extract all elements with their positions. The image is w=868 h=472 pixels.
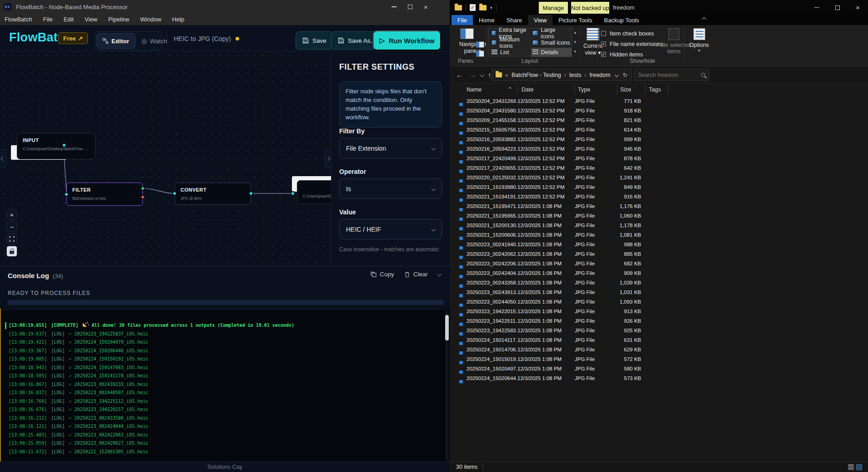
breadcrumb[interactable]: « BatchFlow - Testing › tests › freedom … bbox=[492, 69, 632, 81]
file-row[interactable]: 20250223_00243913... 12/3/2025 1:08 PM J… bbox=[450, 287, 868, 297]
file-row[interactable]: 20250221_15200606... 12/3/2025 1:08 PM J… bbox=[450, 230, 868, 239]
console-log[interactable]: [13:08:19.655][COMPLETE]All done! 30 fil… bbox=[0, 310, 450, 462]
zoom-in-button[interactable]: + bbox=[6, 209, 17, 220]
layout-option[interactable]: Details bbox=[531, 48, 572, 57]
file-row[interactable]: 20250223_00244050... 12/3/2025 1:08 PM J… bbox=[450, 297, 868, 306]
close-button[interactable]: × bbox=[848, 0, 868, 15]
file-row[interactable]: 20250224_15020644... 12/3/2025 1:08 PM J… bbox=[450, 373, 868, 383]
log-scrollbar-thumb[interactable] bbox=[445, 315, 449, 340]
close-button[interactable]: × bbox=[418, 0, 434, 14]
column-header-date[interactable]: Date bbox=[517, 85, 575, 95]
file-row[interactable]: 20250215_15505756... 12/3/2025 12:52 PM … bbox=[450, 125, 868, 134]
filter-nomatch-port[interactable] bbox=[140, 195, 145, 199]
file-row[interactable]: 20250223_00241940... 12/3/2025 1:08 PM J… bbox=[450, 239, 868, 249]
details-view-toggle[interactable] bbox=[848, 464, 854, 470]
breadcrumb-item[interactable]: freedom bbox=[590, 72, 611, 78]
breadcrumb-item[interactable]: « bbox=[505, 72, 508, 78]
output-input-port[interactable] bbox=[291, 191, 295, 196]
hide-selected-button[interactable]: Hide selected items bbox=[657, 28, 691, 55]
menu-item[interactable]: File bbox=[38, 16, 58, 23]
menu-item[interactable]: View bbox=[79, 16, 103, 23]
showhide-option[interactable]: Item check boxes bbox=[601, 29, 663, 38]
layout-option[interactable]: List bbox=[490, 48, 531, 57]
checkbox[interactable] bbox=[601, 31, 606, 36]
zoom-out-button[interactable]: − bbox=[6, 221, 17, 232]
file-row[interactable]: 20250216_20594223... 12/3/2025 12:52 PM … bbox=[450, 144, 868, 153]
node-convert[interactable]: CONVERT JPG @ 90% bbox=[175, 183, 251, 205]
file-row[interactable]: 20250217_22420499... 12/3/2025 12:52 PM … bbox=[450, 153, 868, 163]
file-row[interactable]: 20250223_00242206... 12/3/2025 1:08 PM J… bbox=[450, 259, 868, 268]
manage-context-tab[interactable]: Manage bbox=[539, 2, 568, 14]
breadcrumb-item[interactable]: tests bbox=[569, 72, 581, 78]
file-row[interactable]: 20250209_21455158... 12/3/2025 12:52 PM … bbox=[450, 115, 868, 125]
file-row[interactable]: 20250223_00242404... 12/3/2025 1:08 PM J… bbox=[450, 268, 868, 278]
file-row[interactable]: 20250221_15193980... 12/3/2025 12:52 PM … bbox=[450, 182, 868, 192]
file-row[interactable]: 20250223_19422583... 12/3/2025 1:08 PM J… bbox=[450, 325, 868, 335]
properties-icon[interactable]: ✓ bbox=[470, 4, 476, 11]
maximize-button[interactable] bbox=[402, 0, 418, 14]
column-header-tags[interactable]: Tags bbox=[646, 85, 668, 95]
file-row[interactable]: 20250224_15015019... 12/3/2025 1:08 PM J… bbox=[450, 354, 868, 364]
file-row[interactable]: 20250224_15020497... 12/3/2025 1:08 PM J… bbox=[450, 364, 868, 373]
layout-option[interactable]: Medium icons bbox=[490, 38, 531, 47]
filter-by-select[interactable]: File Extension bbox=[339, 138, 442, 158]
minimize-button[interactable] bbox=[386, 0, 402, 14]
value-select[interactable]: HEIC / HEIF bbox=[339, 219, 442, 239]
free-badge[interactable]: Free ↗ bbox=[58, 32, 88, 44]
tab-editor[interactable]: Editor bbox=[96, 33, 135, 49]
file-row[interactable]: 20250204_23431580... 12/3/2025 12:52 PM … bbox=[450, 106, 868, 115]
convert-input-port[interactable] bbox=[172, 191, 177, 196]
breadcrumb-item[interactable]: › bbox=[584, 72, 586, 78]
forward-button[interactable]: → bbox=[469, 71, 476, 79]
file-row[interactable]: 20250223_00243358... 12/3/2025 1:08 PM J… bbox=[450, 278, 868, 287]
menu-item[interactable]: Pipeline bbox=[103, 16, 135, 23]
refresh-icon[interactable]: ↻ bbox=[623, 71, 627, 78]
options-button[interactable]: Options ▾ bbox=[689, 28, 709, 53]
file-row[interactable]: 20250221_15195471... 12/3/2025 1:08 PM J… bbox=[450, 201, 868, 211]
checkbox[interactable]: ✓ bbox=[601, 41, 606, 46]
file-row[interactable]: 20250223_19422015... 12/3/2025 1:08 PM J… bbox=[450, 306, 868, 316]
maximize-button[interactable] bbox=[827, 0, 848, 15]
collapse-console-icon[interactable] bbox=[437, 272, 442, 277]
ribbon-tab[interactable]: Backup Tools bbox=[598, 15, 645, 25]
breadcrumb-item[interactable]: › bbox=[564, 72, 566, 78]
file-row[interactable]: 20250224_15014706... 12/3/2025 1:08 PM J… bbox=[450, 345, 868, 354]
file-row[interactable]: 20250220_02125032... 12/3/2025 12:52 PM … bbox=[450, 173, 868, 182]
node-filter[interactable]: FILTER fileExtension is heic bbox=[66, 183, 143, 206]
right-panel-toggle[interactable] bbox=[325, 149, 331, 168]
filter-input-port[interactable] bbox=[64, 192, 69, 197]
search-box[interactable] bbox=[634, 69, 709, 81]
file-row[interactable]: 20250223_19422511... 12/3/2025 1:08 PM J… bbox=[450, 316, 868, 325]
address-dropdown-icon[interactable] bbox=[614, 73, 619, 77]
copy-log-button[interactable]: Copy bbox=[371, 271, 394, 278]
menu-item[interactable]: Edit bbox=[58, 16, 79, 23]
back-button[interactable]: ← bbox=[456, 71, 463, 79]
showhide-option[interactable]: ✓ File name extensions bbox=[601, 40, 663, 48]
file-row[interactable]: 20250221_15200130... 12/3/2025 1:08 PM J… bbox=[450, 220, 868, 230]
operator-select[interactable]: Is bbox=[339, 178, 442, 199]
menu-item[interactable]: Help bbox=[167, 16, 190, 23]
minimize-button[interactable] bbox=[807, 0, 827, 15]
column-header-size[interactable]: Size bbox=[617, 85, 646, 95]
breadcrumb-item[interactable]: BatchFlow - Testing bbox=[512, 72, 561, 78]
thumbnail-view-toggle[interactable] bbox=[856, 464, 862, 470]
backup-context-tab[interactable]: Not backed up bbox=[571, 2, 609, 14]
file-row[interactable]: 20250217_22420655... 12/3/2025 12:52 PM … bbox=[450, 163, 868, 173]
file-row[interactable]: 20250216_20593882... 12/3/2025 12:52 PM … bbox=[450, 134, 868, 144]
input-output-port[interactable] bbox=[62, 143, 66, 147]
preview-pane-icon[interactable] bbox=[476, 41, 484, 48]
layout-option[interactable]: Small icons bbox=[531, 38, 572, 47]
file-row[interactable]: 20250204_23431269... 12/3/2025 12:52 PM … bbox=[450, 96, 868, 106]
node-input[interactable]: INPUT C:\Users\joseh\Desktop\BatchFlow -… bbox=[17, 133, 95, 159]
left-panel-toggle[interactable] bbox=[0, 149, 6, 168]
node-output[interactable]: OUTPUT C:\Users\joseh\Desktop\BatchFlow … bbox=[297, 180, 331, 204]
file-row[interactable]: 20250224_15014117... 12/3/2025 1:08 PM J… bbox=[450, 335, 868, 345]
file-row[interactable]: 20250223_00242062... 12/3/2025 1:08 PM J… bbox=[450, 249, 868, 259]
column-header-type[interactable]: Type bbox=[575, 85, 617, 95]
details-pane-icon[interactable] bbox=[476, 51, 484, 57]
layout-option[interactable]: Large icons bbox=[531, 29, 572, 38]
ribbon-tab[interactable]: Home bbox=[473, 15, 501, 25]
menu-item[interactable]: FlowBatch bbox=[0, 16, 38, 23]
new-folder-icon[interactable] bbox=[479, 5, 487, 10]
clear-log-button[interactable]: Clear bbox=[404, 271, 428, 278]
